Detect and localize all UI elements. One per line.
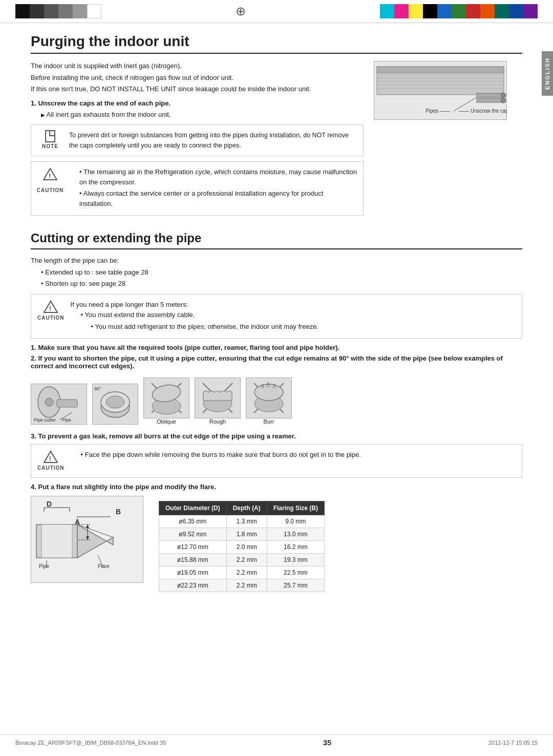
flare-table-container: Outer Diameter (D) Depth (A) Flaring Siz…: [159, 496, 325, 592]
caution2-line1: You must extend the assembly cable.: [81, 310, 319, 320]
caution2-line2: You must add refrigerant to the pipes; o…: [91, 322, 319, 332]
table-cell: 9.0 mm: [267, 515, 324, 528]
table-header-flaring: Flaring Size (B): [267, 501, 324, 515]
footer-left: Boracay ZE_AR09FSFT@_IBIM_DB68-03378A_EN…: [15, 740, 166, 746]
svg-rect-10: [477, 98, 502, 102]
color-blocks-right: [380, 4, 538, 18]
svg-text:!: !: [49, 172, 51, 180]
table-row: ø22.23 mm2.2 mm25.7 mm: [159, 579, 325, 592]
intro-text-1: The indoor unit is supplied with inert g…: [31, 61, 364, 71]
svg-text:B: B: [116, 508, 121, 516]
caution-line-1: The remaining air in the Refrigeration c…: [79, 167, 357, 187]
color-block: [87, 4, 101, 18]
intro-text-2: Before installing the unit, check if nit…: [31, 73, 364, 83]
cutter-svg: Pipe cutter Pipe: [31, 384, 87, 424]
table-row: ø6.35 mm1.3 mm9.0 mm: [159, 515, 325, 528]
cut-diagram-rough: Rough: [195, 377, 241, 425]
svg-point-27: [106, 396, 124, 408]
svg-text:90°: 90°: [94, 386, 101, 391]
svg-text:Pipes ——: Pipes ——: [426, 108, 450, 114]
note-icon-area: NOTE: [37, 130, 63, 151]
pipes-diagram-svg: Pipes —— —— Unscrew the caps: [374, 61, 507, 120]
table-row: ø12.70 mm2.0 mm16.2 mm: [159, 541, 325, 554]
top-bar: ⊕: [0, 0, 553, 23]
cut-label-rough: Rough: [209, 418, 226, 425]
page-footer: Boracay ZE_AR09FSFT@_IBIM_DB68-03378A_EN…: [0, 734, 553, 747]
section2-bullet-2: Shorten up to: see page 28: [41, 279, 522, 289]
pipe-flare-svg: D A B: [31, 496, 144, 583]
caution-box-3: ! CAUTION Face the pipe down while remov…: [31, 444, 522, 478]
color-block-teal: [495, 4, 509, 18]
table-cell: 13.0 mm: [267, 528, 324, 541]
color-block-blue: [437, 4, 452, 18]
table-cell: 2.2 mm: [226, 566, 267, 579]
caution-box-1: ! CAUTION The remaining air in the Refri…: [31, 161, 364, 216]
caution-text-1: The remaining air in the Refrigeration c…: [69, 167, 357, 210]
table-cell: 2.2 mm: [226, 554, 267, 566]
cut-diagram-90: 90°: [92, 384, 138, 425]
caution3-line: Face the pipe down while removing the bu…: [81, 450, 361, 460]
step2-text: 1. Make sure that you have all the requi…: [31, 344, 522, 351]
table-cell: 1.3 mm: [226, 515, 267, 528]
svg-point-38: [254, 384, 283, 401]
cut-90-svg: 90°: [93, 384, 138, 424]
section-purging: Purging the indoor unit The indoor unit …: [31, 33, 522, 221]
table-row: ø19.05 mm2.2 mm22.5 mm: [159, 566, 325, 579]
svg-point-11: [501, 93, 506, 98]
table-cell: 25.7 mm: [267, 579, 324, 592]
svg-text:—— Unscrew the caps: —— Unscrew the caps: [459, 108, 507, 114]
color-block-purple: [523, 4, 538, 18]
table-cell: ø6.35 mm: [159, 515, 227, 528]
svg-text:!: !: [49, 305, 51, 312]
svg-rect-48: [41, 524, 72, 558]
step1-label: 1. Unscrew the caps at the end of each p…: [31, 99, 364, 107]
color-block: [44, 4, 58, 18]
table-cell: ø12.70 mm: [159, 541, 227, 554]
svg-text:!: !: [49, 455, 51, 463]
cutter-box: Pipe cutter Pipe: [31, 384, 87, 425]
color-blocks-left: [15, 4, 101, 18]
section2-intro: The length of the pipe can be:: [31, 256, 522, 266]
svg-rect-9: [477, 93, 502, 97]
color-block-yellow: [409, 4, 423, 18]
cut-burr-svg: [246, 378, 291, 418]
color-block: [30, 4, 44, 18]
step1-bullet: All inert gas exhausts from the indoor u…: [41, 110, 364, 120]
pipe-flare-diagram: D A B: [31, 496, 143, 583]
color-block-navy: [509, 4, 523, 18]
table-cell: ø19.05 mm: [159, 566, 227, 579]
table-header-depth: Depth (A): [226, 501, 267, 515]
caution-label-3: CAUTION: [37, 464, 65, 472]
svg-text:Flare: Flare: [98, 563, 110, 569]
table-row: ø9.52 mm1.8 mm13.0 mm: [159, 528, 325, 541]
step2-strong: 1. Make sure that you have all the requi…: [31, 344, 339, 351]
step3-strong: 2. If you want to shorten the pipe, cut …: [31, 354, 503, 370]
note-box: NOTE To prevent dirt or foreign substanc…: [31, 124, 364, 156]
section1-left-col: The indoor unit is supplied with inert g…: [31, 61, 364, 221]
cutting-diagrams-row: Pipe cutter Pipe 90°: [31, 377, 522, 425]
color-block-green: [452, 4, 466, 18]
cut-box-90: 90°: [92, 384, 138, 425]
caution-triangle-icon-3: !: [44, 450, 58, 464]
table-cell: 19.3 mm: [267, 554, 324, 566]
svg-text:Pipe cutter: Pipe cutter: [34, 417, 56, 423]
cut-box-oblique: [143, 377, 189, 418]
table-cell: 2.0 mm: [226, 541, 267, 554]
table-cell: ø15.88 mm: [159, 554, 227, 566]
flare-table: Outer Diameter (D) Depth (A) Flaring Siz…: [159, 501, 325, 592]
caution-icon-area-2: ! CAUTION: [37, 300, 65, 333]
bottom-diagram-area: D A B: [31, 496, 522, 592]
svg-text:Pipe: Pipe: [39, 563, 49, 569]
note-text: To prevent dirt or foreign substances fr…: [69, 130, 357, 151]
cut-oblique-svg: [144, 378, 189, 418]
cut-box-burr: [246, 377, 292, 418]
footer-right: 2012-12-7 15:05:15: [488, 740, 538, 746]
svg-point-12: [501, 98, 506, 103]
page-number: 35: [323, 738, 332, 747]
color-block-cyan: [380, 4, 394, 18]
step5-text: 4. Put a flare nut slightly into the pip…: [31, 483, 522, 491]
color-block-black: [423, 4, 437, 18]
caution-box-2: ! CAUTION If you need a pipe longer than…: [31, 294, 522, 339]
table-cell: 1.8 mm: [226, 528, 267, 541]
step4-text: 3. To prevent a gas leak, remove all bur…: [31, 432, 522, 440]
